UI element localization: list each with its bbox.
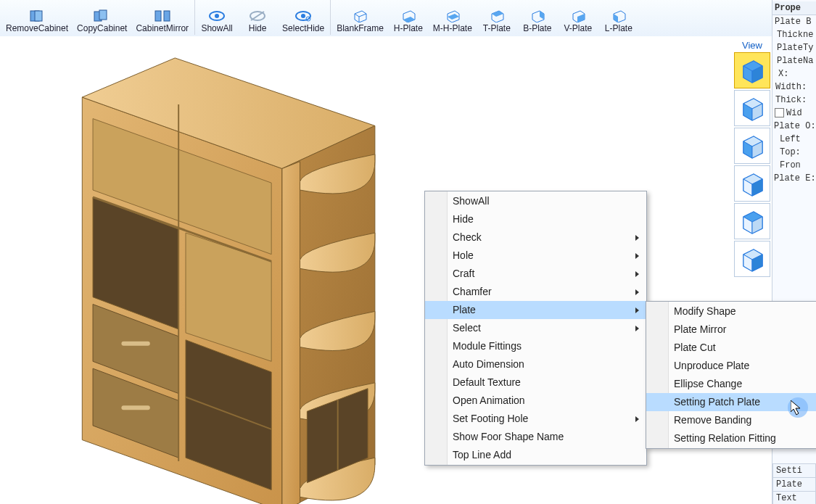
svg-rect-1: [35, 11, 42, 21]
blank-frame-button[interactable]: BlankFrame: [332, 0, 388, 35]
properties-row: Plate B: [772, 15, 816, 28]
cube-front-icon: [739, 95, 765, 121]
svg-rect-4: [155, 11, 161, 21]
submenu-item-unproduce-plate[interactable]: Unproduce Plate: [646, 357, 816, 375]
menu-item-default-texture[interactable]: Default Texture: [425, 373, 646, 392]
submenu-item-modify-shape[interactable]: Modify Shape: [646, 302, 816, 321]
menu-item-showall[interactable]: ShowAll: [425, 192, 646, 210]
t-plate-button[interactable]: T-Plate: [477, 0, 517, 35]
menu-item-hide[interactable]: Hide: [425, 210, 646, 228]
svg-rect-3: [99, 10, 107, 20]
svg-rect-38: [121, 342, 149, 346]
cube-bottom-icon: [739, 246, 765, 272]
toolbar-label: M-H-Plate: [433, 23, 472, 33]
l-plate-button[interactable]: L-Plate: [598, 0, 639, 35]
view-button-left[interactable]: [734, 128, 770, 164]
properties-tab[interactable]: Text: [772, 491, 816, 504]
cube-wire-icon: [351, 9, 368, 23]
copy-cabinet-button[interactable]: CopyCabinet: [73, 0, 131, 35]
view-button-bottom[interactable]: [734, 241, 770, 277]
cube-side-icon: [569, 9, 587, 23]
mh-plate-button[interactable]: M-H-Plate: [429, 0, 477, 35]
menu-item-auto-dimension[interactable]: Auto Dimension: [425, 355, 646, 373]
properties-row: Fron: [772, 159, 816, 172]
view-button-front[interactable]: [734, 90, 770, 126]
toolbar-label: CabinetMirror: [136, 23, 189, 33]
menu-item-open-animation[interactable]: Open Animation: [425, 392, 646, 410]
cabinet-svg: [58, 54, 406, 504]
menu-item-hole[interactable]: Hole: [425, 247, 646, 265]
prop-chk-label: Wid: [786, 108, 802, 118]
remove-cabinet-button[interactable]: RemoveCabinet: [1, 0, 73, 35]
toolbar-group-cabinet: RemoveCabinet CopyCabinet CabinetMirror: [0, 0, 195, 35]
hide-button[interactable]: Hide: [237, 0, 278, 35]
svg-line-14: [355, 14, 359, 17]
properties-row: Left: [772, 133, 816, 146]
b-plate-button[interactable]: B-Plate: [517, 0, 558, 35]
menu-item-top-line-add[interactable]: Top Line Add: [425, 446, 646, 464]
toolbar-label: B-Plate: [523, 23, 551, 33]
menu-item-chamfer[interactable]: Chamfer: [425, 283, 646, 301]
cabinet-model[interactable]: [58, 54, 406, 504]
view-button-top[interactable]: [734, 203, 770, 239]
menu-item-module-fittings[interactable]: Module Fittings: [425, 337, 646, 355]
svg-point-11: [301, 14, 305, 18]
toolbar-label: BlankFrame: [337, 23, 384, 33]
properties-row: Thick:: [772, 94, 816, 107]
toolbar-label: RemoveCabinet: [6, 23, 68, 33]
menu-item-set-footing-hole[interactable]: Set Footing Hole: [425, 410, 646, 428]
chevron-right-icon: [635, 307, 639, 313]
view-button-right[interactable]: [734, 165, 770, 202]
properties-row: PlateNa: [772, 54, 816, 67]
menu-item-plate[interactable]: Plate: [425, 301, 646, 319]
cabinet-mirror-button[interactable]: CabinetMirror: [131, 0, 193, 35]
chevron-right-icon: [635, 326, 639, 331]
cabinet-copy-icon: [94, 9, 111, 23]
cabinet-mirror-icon: [154, 9, 171, 23]
cube-bottom-icon: [400, 9, 417, 23]
context-menu: ShowAllHideCheckHoleCraftChamferPlateSel…: [424, 191, 647, 466]
svg-marker-22: [492, 11, 503, 17]
toolbar-group-plates: BlankFrame H-Plate M-H-Plate T-Plate B-P…: [331, 0, 640, 35]
submenu-item-plate-mirror[interactable]: Plate Mirror: [646, 321, 816, 339]
toolbar-group-visibility: ShowAll Hide SelectHide: [195, 0, 331, 35]
cube-left-icon: [610, 9, 627, 23]
submenu-item-setting-patch-plate[interactable]: Setting Patch Plate: [646, 393, 816, 411]
show-all-button[interactable]: ShowAll: [197, 0, 237, 35]
properties-row-checkbox[interactable]: Wid: [772, 107, 816, 120]
svg-rect-39: [121, 405, 149, 410]
menu-item-select[interactable]: Select: [425, 319, 646, 337]
chevron-right-icon: [635, 253, 639, 259]
menu-item-craft[interactable]: Craft: [425, 265, 646, 283]
toolbar: RemoveCabinet CopyCabinet CabinetMirror …: [0, 0, 816, 37]
svg-marker-20: [448, 14, 459, 20]
v-plate-button[interactable]: V-Plate: [558, 0, 598, 35]
svg-line-15: [359, 14, 366, 17]
cube-back-icon: [529, 9, 546, 23]
menu-item-check[interactable]: Check: [425, 228, 646, 247]
properties-row: Plate O:: [772, 120, 816, 133]
h-plate-button[interactable]: H-Plate: [388, 0, 429, 35]
properties-tab[interactable]: Plate: [772, 477, 816, 492]
menu-item-show-foor-shape-name[interactable]: Show Foor Shape Name: [425, 428, 646, 446]
cube-top-icon: [488, 9, 506, 23]
svg-marker-18: [403, 17, 415, 22]
view-button-iso[interactable]: [734, 52, 770, 88]
properties-row: Top:: [772, 146, 816, 159]
toolbar-label: SelectHide: [282, 23, 324, 33]
submenu-item-setting-relation-fitting[interactable]: Setting Relation Fitting: [646, 429, 816, 447]
cabinet-remove-icon: [28, 9, 46, 23]
properties-row: Thickne: [772, 28, 816, 41]
cube-right-icon: [739, 170, 765, 197]
chevron-right-icon: [635, 271, 639, 277]
view-panel-title: View: [733, 40, 771, 51]
properties-tab[interactable]: Setti: [772, 463, 816, 478]
cube-iso-icon: [739, 57, 765, 83]
toolbar-label: H-Plate: [394, 23, 423, 33]
submenu-item-ellipse-change[interactable]: Ellipse Change: [646, 375, 816, 393]
checkbox-icon[interactable]: [775, 108, 784, 117]
submenu-item-remove-banding[interactable]: Remove Banding: [646, 411, 816, 429]
properties-row: PlateTy: [772, 41, 816, 54]
select-hide-button[interactable]: SelectHide: [278, 0, 329, 35]
submenu-item-plate-cut[interactable]: Plate Cut: [646, 339, 816, 357]
